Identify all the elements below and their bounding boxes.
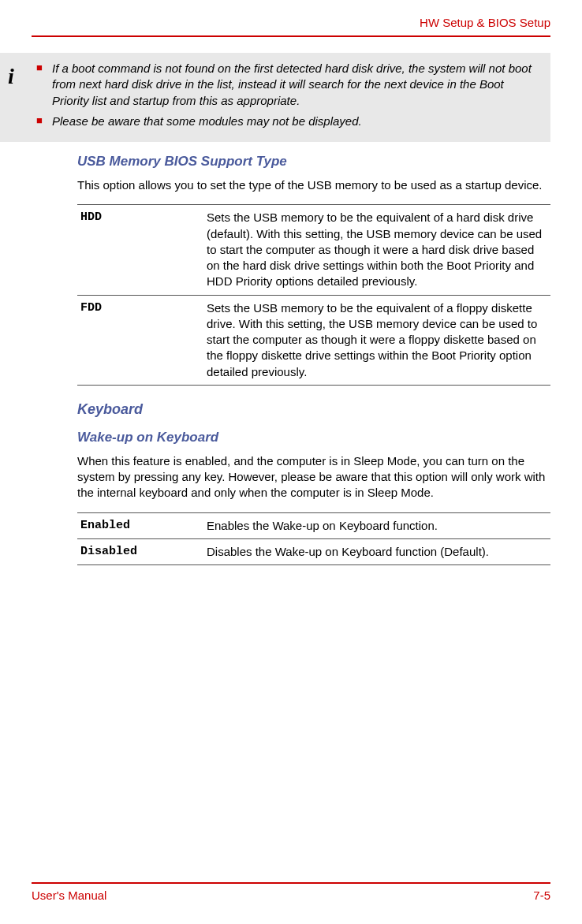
option-description: Disables the Wake-up on Keyboard functio… [203, 538, 550, 564]
footer-page-number: 7-5 [533, 889, 550, 902]
header-rule [32, 35, 550, 37]
header-title: HW Setup & BIOS Setup [32, 0, 550, 35]
footer: User's Manual 7-5 [32, 882, 550, 902]
footer-row: User's Manual 7-5 [32, 889, 550, 902]
info-icon-wrap: i [0, 61, 27, 89]
content-area: USB Memory BIOS Support Type This option… [77, 154, 550, 565]
option-label: HDD [77, 205, 203, 295]
option-label: FDD [77, 295, 203, 385]
keyboard-section-title: Keyboard [77, 401, 550, 418]
option-description: Sets the USB memory to be the equivalent… [203, 205, 550, 295]
info-list: If a boot command is not found on the fi… [36, 61, 541, 129]
wakeup-subtitle: Wake-up on Keyboard [77, 430, 550, 445]
footer-left: User's Manual [32, 889, 106, 902]
info-item: If a boot command is not found on the fi… [36, 61, 541, 109]
usb-intro-text: This option allows you to set the type o… [77, 177, 550, 193]
table-row: Disabled Disables the Wake-up on Keyboar… [77, 538, 550, 564]
option-description: Enables the Wake-up on Keyboard function… [203, 512, 550, 538]
info-box: i If a boot command is not found on the … [0, 53, 550, 142]
table-row: FDD Sets the USB memory to be the equiva… [77, 295, 550, 385]
keyboard-options-table: Enabled Enables the Wake-up on Keyboard … [77, 512, 550, 566]
table-row: Enabled Enables the Wake-up on Keyboard … [77, 512, 550, 538]
usb-section-subtitle: USB Memory BIOS Support Type [77, 154, 550, 170]
info-icon: i [8, 64, 14, 89]
usb-options-table: HDD Sets the USB memory to be the equiva… [77, 204, 550, 386]
keyboard-intro-text: When this feature is enabled, and the co… [77, 453, 550, 501]
info-content: If a boot command is not found on the fi… [36, 61, 541, 134]
table-row: HDD Sets the USB memory to be the equiva… [77, 205, 550, 295]
option-label: Disabled [77, 538, 203, 564]
option-label: Enabled [77, 512, 203, 538]
option-description: Sets the USB memory to be the equivalent… [203, 295, 550, 385]
footer-rule [32, 882, 550, 884]
info-item: Please be aware that some modules may no… [36, 114, 541, 129]
